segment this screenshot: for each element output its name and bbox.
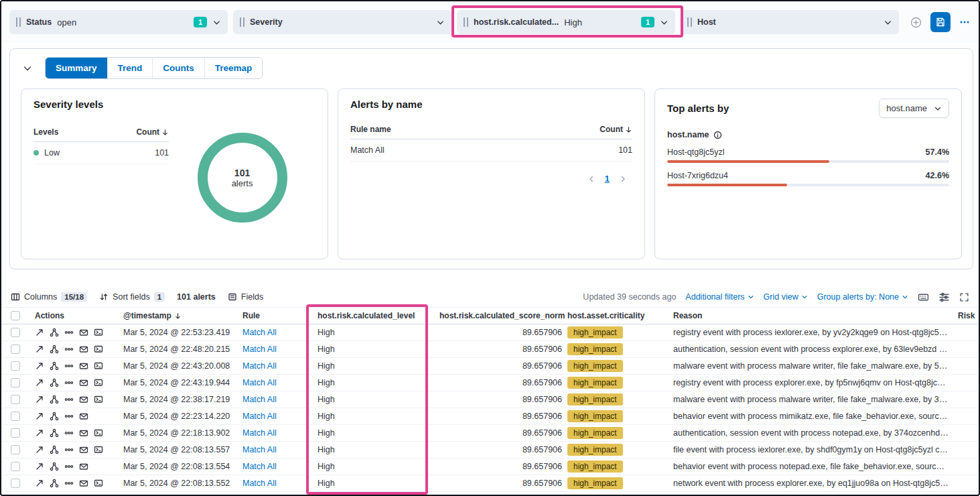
chevron-down-icon[interactable]	[436, 18, 445, 27]
header-risk-score[interactable]: host.risk.calculated_score_norm	[430, 311, 567, 320]
drag-handle-icon[interactable]	[464, 17, 468, 27]
column-header-count[interactable]: Count	[136, 127, 169, 137]
filter-pill[interactable]: Severity	[233, 10, 451, 34]
analyze-event-icon[interactable]	[50, 328, 59, 337]
expand-alert-icon[interactable]	[35, 412, 44, 421]
analyze-event-icon[interactable]	[50, 479, 59, 488]
group-alerts-button[interactable]: Group alerts by: None	[817, 292, 908, 302]
session-view-icon[interactable]	[94, 345, 103, 354]
filter-pill[interactable]: Host	[681, 10, 899, 34]
summary-view-tab[interactable]: Summary	[46, 58, 108, 78]
header-risk-level[interactable]: host.risk.calculated_level	[309, 311, 430, 320]
more-actions-icon[interactable]	[64, 462, 74, 471]
next-page-icon[interactable]	[619, 175, 627, 183]
filter-pill[interactable]: Status open 1	[9, 10, 228, 34]
analyze-event-icon[interactable]	[50, 428, 59, 438]
row-checkbox[interactable]	[11, 361, 20, 371]
header-criticality[interactable]: host.asset.criticality	[567, 311, 668, 320]
timeline-icon[interactable]	[79, 378, 88, 387]
rule-link[interactable]: Match All	[242, 345, 277, 354]
select-all-checkbox[interactable]	[11, 311, 20, 320]
query-menu-button[interactable]	[959, 16, 971, 28]
rule-link[interactable]: Match All	[242, 395, 277, 404]
drag-handle-icon[interactable]	[687, 17, 692, 27]
more-actions-icon[interactable]	[64, 328, 74, 337]
expand-alert-icon[interactable]	[35, 345, 44, 354]
save-query-button[interactable]	[930, 12, 951, 32]
timeline-icon[interactable]	[79, 345, 88, 354]
analyze-event-icon[interactable]	[50, 378, 59, 387]
rule-link[interactable]: Match All	[242, 361, 277, 371]
expand-alert-icon[interactable]	[35, 395, 44, 404]
header-reason[interactable]: Reason	[668, 311, 949, 320]
session-view-icon[interactable]	[94, 395, 103, 404]
rule-link[interactable]: Match All	[242, 445, 277, 454]
rule-link[interactable]: Match All	[242, 328, 277, 337]
analyze-event-icon[interactable]	[50, 445, 59, 454]
more-actions-icon[interactable]	[64, 412, 74, 421]
session-view-icon[interactable]	[94, 428, 103, 438]
drag-handle-icon[interactable]	[16, 17, 21, 27]
more-actions-icon[interactable]	[64, 378, 74, 387]
rule-link[interactable]: Match All	[242, 462, 277, 471]
session-view-icon[interactable]	[94, 479, 103, 488]
fullscreen-icon[interactable]	[959, 292, 969, 302]
fields-button[interactable]: Fields	[228, 292, 263, 302]
column-header-count[interactable]: Count	[600, 125, 632, 134]
more-actions-icon[interactable]	[64, 395, 74, 404]
drag-handle-icon[interactable]	[240, 17, 244, 27]
timeline-icon[interactable]	[79, 462, 88, 471]
page-number[interactable]: 1	[605, 174, 610, 184]
summary-view-tab[interactable]: Trend	[108, 58, 153, 78]
keyboard-shortcuts-icon[interactable]	[918, 292, 929, 303]
sort-fields-button[interactable]: Sort fields 1	[99, 292, 165, 302]
expand-alert-icon[interactable]	[35, 445, 44, 454]
analyze-event-icon[interactable]	[50, 412, 59, 421]
more-actions-icon[interactable]	[64, 428, 74, 438]
chevron-down-icon[interactable]	[660, 18, 669, 27]
grid-view-button[interactable]: Grid view	[764, 292, 808, 302]
row-checkbox[interactable]	[11, 345, 20, 354]
row-checkbox[interactable]	[11, 395, 20, 404]
display-settings-icon[interactable]	[938, 292, 950, 303]
filter-pill[interactable]: host.risk.calculated... High 1	[457, 10, 675, 34]
row-checkbox[interactable]	[11, 479, 20, 488]
previous-page-icon[interactable]	[587, 175, 596, 183]
timeline-icon[interactable]	[79, 479, 88, 488]
chevron-down-icon[interactable]	[212, 18, 221, 27]
rule-link[interactable]: Match All	[242, 378, 277, 387]
session-view-icon[interactable]	[94, 328, 103, 337]
timeline-icon[interactable]	[79, 328, 88, 337]
session-view-icon[interactable]	[94, 378, 103, 387]
columns-button[interactable]: Columns 15/18	[11, 292, 87, 302]
row-checkbox[interactable]	[11, 445, 20, 454]
more-actions-icon[interactable]	[64, 345, 74, 354]
info-icon[interactable]	[713, 131, 722, 139]
additional-filters-button[interactable]: Additional filters	[685, 292, 754, 302]
timeline-icon[interactable]	[79, 395, 88, 404]
collapse-panel-button[interactable]	[21, 62, 34, 75]
row-checkbox[interactable]	[11, 428, 20, 438]
timeline-icon[interactable]	[79, 445, 88, 454]
rule-link[interactable]: Match All	[242, 428, 277, 438]
expand-alert-icon[interactable]	[35, 479, 44, 488]
header-timestamp[interactable]: @timestamp	[123, 311, 242, 320]
more-actions-icon[interactable]	[64, 445, 74, 454]
expand-alert-icon[interactable]	[35, 428, 44, 438]
session-view-icon[interactable]	[94, 445, 103, 454]
summary-view-tab[interactable]: Treemap	[205, 58, 263, 78]
expand-alert-icon[interactable]	[35, 361, 44, 371]
top-alerts-field-select[interactable]: host.name	[879, 99, 949, 118]
row-checkbox[interactable]	[11, 412, 20, 421]
analyze-event-icon[interactable]	[50, 345, 59, 354]
analyze-event-icon[interactable]	[50, 361, 59, 371]
row-checkbox[interactable]	[11, 462, 20, 471]
session-view-icon[interactable]	[94, 361, 103, 371]
header-rule[interactable]: Rule	[242, 311, 309, 320]
expand-alert-icon[interactable]	[35, 328, 44, 337]
row-checkbox[interactable]	[11, 328, 20, 337]
header-risk[interactable]: Risk	[949, 311, 980, 320]
rule-link[interactable]: Match All	[242, 412, 277, 421]
timeline-icon[interactable]	[79, 361, 88, 371]
timeline-icon[interactable]	[79, 412, 88, 421]
